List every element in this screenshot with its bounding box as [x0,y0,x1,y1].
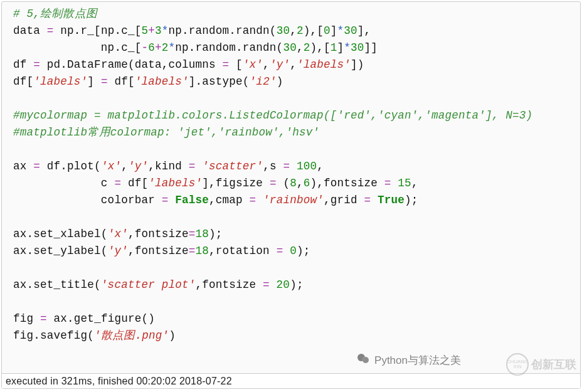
logo-watermark: CHUANGXIN 创新互联 [506,353,576,376]
comment-line: #matplotlib常用colormap: 'jet','rainbow','… [13,126,319,139]
svg-point-1 [362,357,369,363]
wechat-icon [356,351,371,369]
execution-status: executed in 321ms, finished 00:20:02 201… [2,373,580,388]
svg-point-0 [357,354,365,361]
comment-line: # 5,绘制散点图 [13,8,97,20]
logo-text: 创新互联 [531,357,576,372]
comment-line: #mycolormap = matplotlib.colors.ListedCo… [13,109,532,122]
wechat-label: Python与算法之美 [374,353,461,368]
logo-icon: CHUANGXIN [506,353,529,376]
svg-point-2 [362,357,369,363]
code-block: # 5,绘制散点图 data = np.r_[np.c_[5+3*np.rand… [2,6,580,344]
code-cell: # 5,绘制散点图 data = np.r_[np.c_[5+3*np.rand… [1,1,581,389]
wechat-watermark: Python与算法之美 [356,351,461,369]
